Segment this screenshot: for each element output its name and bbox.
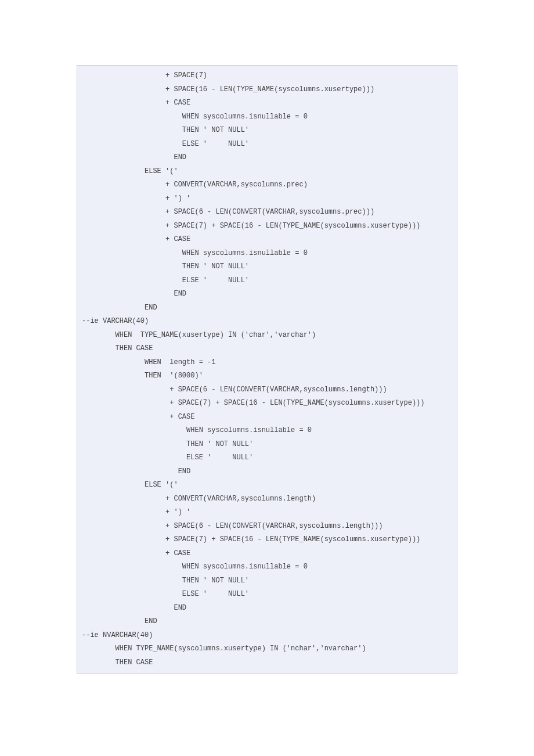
page: + SPACE(7) + SPACE(16 - LEN(TYPE_NAME(sy… [0, 0, 534, 743]
code-block: + SPACE(7) + SPACE(16 - LEN(TYPE_NAME(sy… [77, 65, 457, 674]
